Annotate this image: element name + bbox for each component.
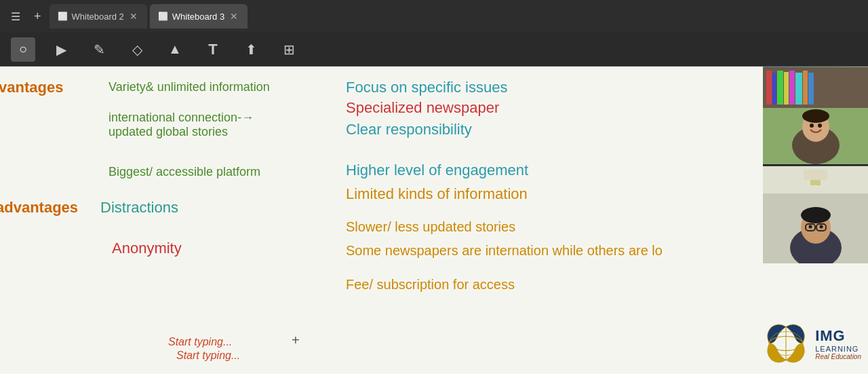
titlebar: ☰ + ⬜ Whiteboard 2 ✕ ⬜ Whiteboard 3 ✕ — [0, 0, 868, 33]
logo-learning-label: LEARNING — [815, 345, 861, 353]
item-limited-info: Limited kinds of information — [346, 185, 528, 203]
item-anonymity: Anonymity — [112, 240, 182, 257]
svg-rect-6 — [789, 71, 795, 105]
pen-tool-button[interactable]: ✎ — [87, 37, 111, 62]
table-tool-button[interactable]: ⊞ — [277, 37, 301, 62]
start-typing-2[interactable]: Start typing... — [176, 350, 240, 362]
menu-button[interactable]: ☰ — [5, 6, 26, 27]
whiteboard-canvas[interactable]: vantages advantages Variety& unlimited i… — [0, 67, 868, 374]
svg-rect-8 — [803, 71, 808, 105]
item-distractions: Distractions — [100, 199, 178, 217]
item-fee-subscription: Fee/ subscription for access — [346, 277, 515, 293]
svg-rect-19 — [810, 180, 821, 185]
svg-rect-5 — [784, 72, 789, 105]
logo-text-block: IMG LEARNING Real Education — [815, 327, 861, 360]
upload-tool-button[interactable]: ⬆ — [239, 37, 263, 62]
add-tab-button[interactable]: + — [28, 5, 47, 28]
svg-rect-4 — [777, 71, 783, 105]
svg-point-22 — [801, 207, 831, 223]
start-typing-1[interactable]: Start typing... — [168, 336, 232, 348]
svg-rect-7 — [795, 73, 802, 105]
video-panel — [763, 67, 868, 263]
item-slower-stories: Slower/ less updated stories — [346, 219, 515, 235]
item-variety: Variety& unlimited information — [108, 80, 270, 94]
svg-rect-9 — [808, 73, 814, 105]
video-box-top — [763, 67, 868, 164]
svg-rect-2 — [766, 71, 772, 105]
tab3-label: Whiteboard 3 — [172, 12, 224, 22]
add-content-button[interactable]: + — [292, 333, 300, 348]
circle-tool-button[interactable]: ○ — [11, 37, 35, 62]
select-tool-button[interactable]: ▶ — [49, 37, 73, 62]
item-some-newspapers: Some newspapers are internation while ot… — [346, 243, 663, 259]
item-higher-engagement: Higher level of engagement — [346, 162, 528, 179]
logo-tagline-label: Real Education — [815, 353, 861, 360]
svg-point-12 — [802, 109, 829, 123]
svg-rect-3 — [772, 73, 776, 105]
tab3-icon: ⬜ — [158, 12, 168, 21]
item-focus-issues: Focus on specific issues — [346, 79, 507, 96]
text-tool-button[interactable]: T — [201, 37, 225, 62]
tab2-icon: ⬜ — [58, 12, 68, 21]
eraser-tool-button[interactable]: ◇ — [125, 37, 149, 62]
tab-whiteboard2[interactable]: ⬜ Whiteboard 2 ✕ — [50, 4, 147, 29]
item-specialized-newspaper: Specialized newspaper — [346, 99, 499, 117]
item-biggest-platform: Biggest/ accessible platform — [108, 165, 260, 179]
logo-img-label: IMG — [815, 327, 861, 345]
disadvantages-label: advantages — [0, 199, 78, 217]
shape-tool-button[interactable]: ▲ — [163, 37, 187, 62]
tab3-close[interactable]: ✕ — [229, 11, 239, 22]
item-clear-responsibility: Clear responsibility — [346, 121, 472, 138]
tab2-close[interactable]: ✕ — [128, 11, 139, 22]
video-box-bottom — [763, 164, 868, 263]
logo-globe-icon — [762, 320, 810, 367]
toolbar: ○ ▶ ✎ ◇ ▲ T ⬆ ⊞ — [0, 33, 868, 67]
svg-point-13 — [810, 124, 814, 128]
item-intl-connection: international connection-→ updated globa… — [108, 111, 254, 139]
svg-point-26 — [809, 225, 812, 228]
svg-point-27 — [820, 225, 823, 228]
advantages-label: vantages — [0, 79, 63, 96]
svg-rect-18 — [804, 170, 827, 180]
tab2-label: Whiteboard 2 — [72, 12, 124, 22]
logo-area: IMG LEARNING Real Education — [762, 320, 861, 367]
svg-point-14 — [818, 124, 822, 128]
tab-whiteboard3[interactable]: ⬜ Whiteboard 3 ✕ — [150, 4, 248, 29]
